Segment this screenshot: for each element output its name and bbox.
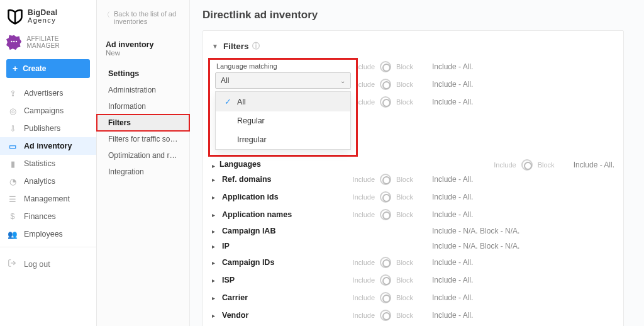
settings-item-administration[interactable]: Administration	[97, 82, 189, 98]
toggle-icon[interactable]	[380, 191, 391, 203]
caret-right-icon[interactable]: ▸	[212, 259, 217, 266]
filter-status: Include - N/A. Block - N/A.	[432, 242, 519, 250]
caret-down-icon: ▼	[212, 43, 218, 50]
filter-label: Vendor	[222, 311, 248, 320]
mid-section-title: Ad inventory	[97, 31, 189, 49]
svg-point-3	[16, 41, 17, 42]
logo: BigDeal Agency	[0, 0, 96, 30]
filter-row: ▸Application namesIncludeBlockInclude - …	[212, 206, 614, 223]
toggle-icon[interactable]	[380, 274, 391, 286]
language-matching-label: Language matching	[215, 61, 351, 72]
filter-row-languages-label: Languages	[219, 160, 261, 169]
filters-panel: ▼ Filters ⓘ IncludeBlockInclude - All.In…	[203, 30, 624, 326]
toggle-icon[interactable]	[380, 257, 391, 268]
filter-row: ▸VendorIncludeBlockInclude - All.	[212, 306, 614, 324]
sidebar-item-finances[interactable]: $Finances	[0, 208, 96, 225]
filter-row: ▸Application idsIncludeBlockInclude - Al…	[212, 188, 614, 206]
caret-right-icon[interactable]: ▸	[212, 243, 217, 250]
logout-icon	[8, 259, 18, 269]
page-title: Directlink ad inventory	[203, 9, 631, 21]
filter-status: Include - All.	[432, 276, 473, 284]
toggle-icon[interactable]	[380, 310, 391, 321]
settings-item-filters[interactable]: Filters	[97, 115, 189, 131]
main: Directlink ad inventory ▼ Filters ⓘ Incl…	[190, 0, 644, 326]
brand-name: BigDeal	[28, 9, 57, 17]
plus-icon: +	[13, 64, 18, 74]
create-label: Create	[23, 64, 46, 73]
check-icon: ✓	[225, 97, 232, 106]
filter-label: Carrier	[222, 293, 248, 302]
sidebar-item-analytics[interactable]: ◔Analytics	[0, 172, 96, 190]
filter-status: Include - All.	[432, 210, 473, 219]
settings-nav: AdministrationInformationFiltersFilters …	[97, 82, 189, 180]
caret-right-icon[interactable]: ▸	[212, 194, 217, 201]
filter-status: Include - All.	[432, 80, 473, 89]
nav-icon: ▮	[8, 159, 18, 169]
filter-status: Include - All.	[432, 293, 473, 302]
sidebar-item-publishers[interactable]: ⇩Publishers	[0, 120, 96, 137]
user-block: AFFILIATE MANAGER	[0, 30, 96, 57]
nav-icon: ⇪	[8, 88, 18, 98]
toggle-icon[interactable]	[380, 174, 391, 185]
settings-item-optimization[interactable]: Optimization and rules	[97, 147, 189, 164]
caret-right-icon[interactable]: ▸	[212, 211, 217, 218]
logout-link[interactable]: Log out	[0, 251, 96, 277]
brand-logo-icon	[6, 8, 24, 25]
filter-status: Include - All.	[432, 62, 473, 71]
sidebar-left: BigDeal Agency AFFILIATE MANAGER + Creat…	[0, 0, 97, 326]
settings-item-information[interactable]: Information	[97, 98, 189, 115]
sidebar-mid: 〈 Back to the list of ad inventories Ad …	[97, 0, 190, 326]
toggle-icon[interactable]	[380, 61, 391, 72]
back-link[interactable]: 〈 Back to the list of ad inventories	[97, 6, 189, 31]
sidebar-item-advertisers[interactable]: ⇪Advertisers	[0, 84, 96, 102]
settings-item-integration[interactable]: Integration	[97, 164, 189, 180]
filters-heading[interactable]: ▼ Filters ⓘ	[212, 37, 614, 58]
filter-row: ▸ISPIncludeBlockInclude - All.	[212, 271, 614, 289]
dropdown-option-regular[interactable]: Regular	[216, 111, 350, 130]
toggle-icon[interactable]	[380, 292, 391, 303]
settings-item-filters[interactable]: Filters for traffic sour...	[97, 131, 189, 147]
chevron-left-icon: 〈	[103, 10, 110, 20]
caret-right-icon[interactable]: ▸	[212, 277, 217, 284]
user-role: AFFILIATE MANAGER	[26, 35, 90, 49]
filter-status: Include - N/A. Block - N/A.	[432, 227, 519, 235]
caret-right-icon[interactable]: ▸	[212, 295, 217, 301]
dropdown-option-irregular[interactable]: Irregular	[216, 130, 350, 149]
caret-right-icon[interactable]: ▸	[212, 228, 217, 235]
mid-group-heading: Settings	[97, 62, 189, 82]
mid-section-sub: New	[97, 49, 189, 62]
toggle-icon[interactable]	[380, 79, 391, 90]
toggle-icon[interactable]	[380, 209, 391, 220]
nav-icon: ⇩	[8, 123, 18, 133]
toggle-icon[interactable]	[380, 96, 391, 108]
language-matching-dropdown: ✓AllRegularIrregular	[215, 91, 351, 150]
nav-icon: 👥	[8, 229, 18, 239]
nav-icon: ☰	[8, 194, 18, 204]
filter-label: Campaign IAB	[222, 227, 275, 235]
nav-icon: $	[8, 211, 18, 222]
toggle-icon[interactable]	[521, 159, 533, 171]
sidebar-item-statistics[interactable]: ▮Statistics	[0, 155, 96, 172]
filter-label: Campaign IDs	[222, 258, 274, 267]
caret-right-icon[interactable]: ▸	[212, 312, 217, 319]
svg-point-2	[13, 41, 14, 42]
sidebar-item-campaigns[interactable]: ◎Campaigns	[0, 102, 96, 120]
sidebar-item-management[interactable]: ☰Management	[0, 190, 96, 208]
nav-icon: ◔	[8, 176, 18, 186]
create-button[interactable]: + Create	[6, 59, 90, 78]
filter-status: Include - All.	[574, 160, 614, 169]
filter-status: Include - All.	[432, 175, 473, 184]
caret-right-icon[interactable]: ▸	[212, 176, 217, 183]
svg-point-1	[11, 41, 12, 42]
sidebar-item-employees[interactable]: 👥Employees	[0, 225, 96, 243]
language-matching-select[interactable]: All ⌄	[215, 72, 351, 89]
filter-label: Application ids	[222, 193, 279, 201]
filter-row: ▸IPInclude - N/A. Block - N/A.	[212, 239, 614, 254]
svg-marker-0	[6, 35, 21, 50]
filter-label: Application names	[222, 210, 292, 219]
filter-status: Include - All.	[432, 193, 473, 201]
nav-icon: ◎	[8, 106, 18, 116]
brand-sub: Agency	[28, 17, 57, 25]
dropdown-option-all[interactable]: ✓All	[216, 92, 350, 111]
sidebar-item-ad-inventory[interactable]: ▭Ad inventory	[0, 137, 96, 155]
